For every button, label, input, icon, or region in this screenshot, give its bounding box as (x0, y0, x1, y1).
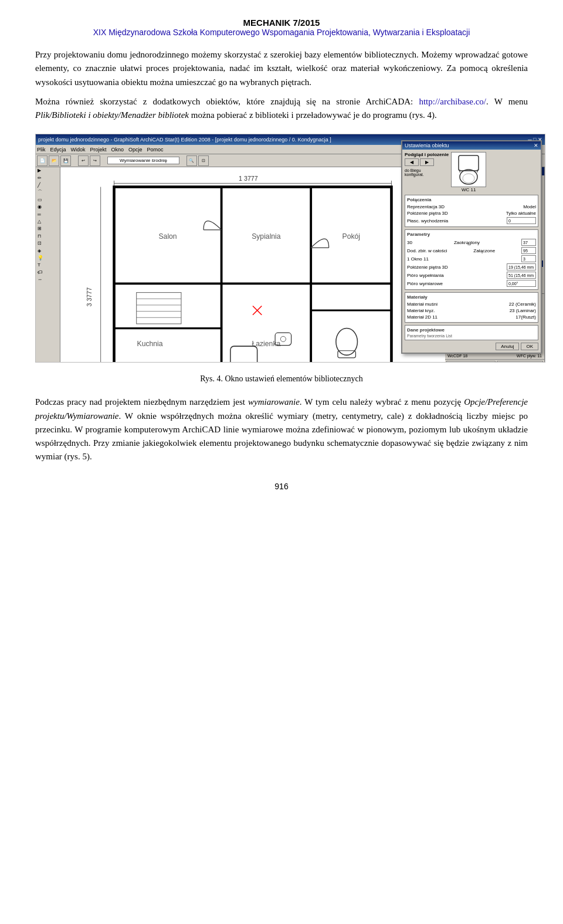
menu-plik[interactable]: Plik (37, 147, 46, 153)
param-row-3: 1 Okno 11 (407, 255, 536, 263)
menu-projekt[interactable]: Projekt (90, 147, 107, 153)
para3-text1: Podczas pracy nad projektem niezbędnym n… (35, 397, 248, 407)
toolbar-zoom-fit[interactable]: ⊡ (198, 155, 209, 166)
toolbar-save[interactable]: 💾 (60, 155, 71, 166)
tool-lampa[interactable]: 💡 (36, 255, 60, 262)
tool-okno[interactable]: ⊡ (36, 240, 60, 247)
menu-widok[interactable]: Widok (71, 147, 86, 153)
para2-text3: można pobierać z biblioteki i przeładowy… (189, 110, 437, 120)
paragraph-2: Można również skorzystać z dodatkowych o… (35, 95, 528, 123)
connections-row-3: Płasc. wychodzenia (407, 216, 536, 225)
para2-text1: Można również skorzystać z dodatkowych o… (35, 97, 419, 106)
dimension-label: Wymiarowanie środnię (107, 157, 179, 164)
library-buttons: ◀ Zmiana parametrów Tworzenie list etyki… (445, 359, 544, 363)
tool-kolumna[interactable]: ◉ (36, 204, 60, 211)
param-row-6: Pióro wymiarowe (407, 279, 536, 287)
tool-zaznaczenie[interactable]: ▶ (36, 167, 60, 174)
menu-pomoc[interactable]: Pomoc (147, 147, 164, 153)
settings-cancel-btn[interactable]: Anuluj (496, 343, 519, 350)
svg-text:3 3777: 3 3777 (86, 287, 93, 307)
tool-etykieta[interactable]: 🏷 (36, 269, 60, 276)
object-preview-box: WC 11 (451, 167, 486, 192)
mat-label-1: Materiał muśni (407, 302, 437, 307)
thumb-label-4: WFC pływ. 11 (517, 354, 542, 358)
materials-title: Materiały (407, 295, 536, 300)
tool-luk[interactable]: ⌒ (36, 189, 60, 196)
param-input-1[interactable] (521, 239, 536, 246)
thumb-label-3: WcCDF 18 (447, 354, 467, 358)
paragraph-1: Przy projektowaniu domu jednorodzinnego … (35, 48, 528, 89)
library-create-button[interactable]: Tworzenie list etykiet (497, 361, 543, 363)
param-type-label: 30 (407, 240, 412, 245)
svg-point-50 (463, 174, 474, 183)
toolbar-open[interactable]: 📂 (49, 155, 59, 166)
tool-olowek[interactable]: ✏ (36, 175, 60, 182)
toolbar-redo[interactable]: ↪ (90, 155, 100, 166)
article-header: MECHANIK 7/2015 XIX Międzynarodowa Szkoł… (35, 18, 528, 38)
mat-label-3: Materiał 2D 11 (407, 314, 437, 320)
tool-schody[interactable]: ⊞ (36, 225, 60, 232)
param-input-6[interactable] (507, 280, 536, 287)
svg-text:Salon: Salon (158, 232, 177, 241)
para3-italic: wymiarowanie (248, 397, 300, 407)
mat-row-1: Materiał muśni 22 (Ceramik) (407, 301, 536, 307)
tool-linia[interactable]: ╱ (36, 182, 60, 189)
tool-dach[interactable]: △ (36, 218, 60, 225)
param-input-3[interactable] (521, 255, 536, 262)
conference-subtitle: XIX Międzynarodowa Szkoła Komputerowego … (35, 28, 528, 38)
paragraph-3: Podczas pracy nad projektem niezbędnym n… (35, 395, 528, 463)
param-label-5: Pióro wypełniania (407, 273, 444, 278)
settings-ok-btn[interactable]: OK (521, 343, 538, 350)
mat-label-2: Materiał kryz. (407, 308, 435, 313)
tool-drzwi[interactable]: ⊓ (36, 233, 60, 240)
param-label-4: Połóżenie piętra 3D (407, 265, 448, 270)
left-toolbox: ▶ ✏ ╱ ⌒ ▭ ◉ ═ △ ⊞ ⊓ ⊡ ◈ 💡 T 🏷 ↔ (36, 167, 60, 363)
floorplan-drawing: 1 3777 3 3777 Salon Sypialnia Pokój (60, 167, 445, 363)
conn-value-2: Tylko aktualne (506, 211, 536, 216)
connections-row-1: Reprezentacja 3D Model (407, 204, 536, 210)
connections-section: Połączenia Reprezentacja 3D Model Połóże… (405, 195, 538, 227)
settings-btn-row: Anuluj OK (405, 343, 538, 350)
param-row-5: Pióro wypełniania (407, 271, 536, 279)
parameters-title: Parametry (407, 232, 536, 237)
mat-row-2: Materiał kryz. 23 (Laminar) (407, 307, 536, 314)
tool-sciana[interactable]: ▭ (36, 197, 60, 204)
archibase-link[interactable]: http://archibase.co/ (419, 97, 486, 106)
project-data-content: Parametry tworzenia List (407, 334, 536, 338)
project-data-title: Dane projektowe (407, 327, 536, 333)
param-attached-label: Dod. zbir. w całości (407, 248, 447, 253)
param-type-value: Zaokrąglony (454, 240, 480, 245)
menu-edycja[interactable]: Edycja (50, 147, 66, 153)
library-params-button[interactable]: ◀ Zmiana parametrów (446, 361, 496, 363)
svg-rect-47 (459, 167, 479, 171)
wc-preview (451, 167, 486, 187)
tool-tekst[interactable]: T (36, 262, 60, 269)
tool-belka[interactable]: ═ (36, 211, 60, 218)
conn-input-1[interactable] (507, 217, 536, 224)
conn-value-1: Model (523, 204, 536, 209)
object-label: WC 11 (451, 187, 486, 192)
tool-obiekt[interactable]: ◈ (36, 248, 60, 255)
para2-text2: . W menu (486, 97, 528, 106)
toolbar-new[interactable]: 📄 (37, 155, 48, 166)
mat-value-3: 17(Ruszt) (515, 314, 536, 320)
menu-okno[interactable]: Okno (111, 147, 124, 153)
param-input-2[interactable] (521, 247, 536, 254)
param-input-5[interactable] (507, 272, 536, 279)
canvas-area[interactable]: 1 3777 3 3777 Salon Sypialnia Pokój (60, 167, 445, 363)
middle-content: 1 3777 3 3777 Salon Sypialnia Pokój (60, 167, 545, 363)
figure-caption: Rys. 4. Okno ustawień elementów bibliote… (35, 374, 528, 384)
preview-area: Podgląd i polozenie ◀ ▶ do Biegukonfigur… (405, 167, 538, 192)
tool-wymiar[interactable]: ↔ (36, 276, 60, 283)
param-label-6: Pióro wymiarowe (407, 281, 443, 286)
param-label-3: 1 Okno 11 (407, 256, 429, 262)
journal-title: MECHANIK 7/2015 (35, 18, 528, 28)
svg-text:Pokój: Pokój (342, 232, 361, 241)
svg-text:Sypialnia: Sypialnia (252, 232, 281, 241)
mat-value-2: 23 (Laminar) (510, 308, 536, 313)
materials-section: Materiały Materiał muśni 22 (Ceramik) Ma… (405, 292, 538, 323)
toolbar-zoom-in[interactable]: 🔍 (186, 155, 197, 166)
menu-opcje[interactable]: Opcje (128, 147, 143, 153)
toolbar-undo[interactable]: ↩ (78, 155, 89, 166)
param-input-4[interactable] (507, 263, 536, 270)
